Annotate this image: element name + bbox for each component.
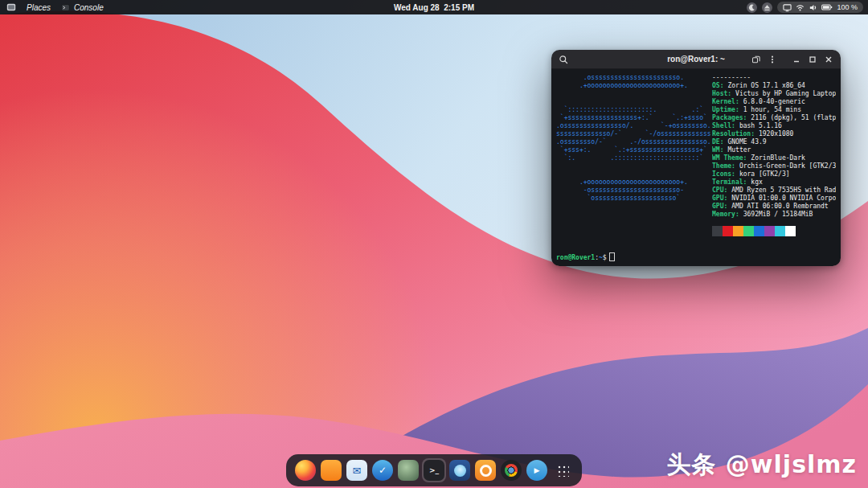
sysinfo-line: GPU:NVIDIA 01:00.0 NVIDIA Corporati <box>712 195 836 203</box>
clock[interactable]: Wed Aug 28 2:15 PM <box>394 3 474 12</box>
sysinfo-value: Mutter <box>723 146 751 154</box>
eject-icon[interactable] <box>762 2 772 13</box>
sysinfo-value: Orchis-Green-Dark [GTK2/3] <box>735 162 836 170</box>
dock-app-mail[interactable]: ✉ <box>345 458 369 482</box>
dock-app-green-app[interactable] <box>396 458 420 482</box>
sysinfo-line: DE:GNOME 43.9 <box>712 138 836 146</box>
sysinfo-value: Zorin OS 17.1 x86_64 <box>723 82 805 89</box>
console-menu-label: Console <box>74 3 104 12</box>
maximize-button[interactable] <box>805 52 820 66</box>
sysinfo-label: Uptime: <box>712 106 739 113</box>
dock-app-camera[interactable] <box>473 458 497 482</box>
places-menu-label: Places <box>27 3 51 12</box>
sysinfo-value: 1 hour, 54 mins <box>739 106 801 113</box>
wifi-icon <box>796 3 805 12</box>
sysinfo-line: Icons:kora [GTK2/3] <box>712 170 836 178</box>
places-menu[interactable]: Places <box>27 3 51 12</box>
sysinfo-line: Resolution:1920x1080 <box>712 130 836 138</box>
dock-app-firefox[interactable] <box>293 458 317 482</box>
app-glyph <box>505 464 518 477</box>
battery-percent: 100 % <box>837 3 858 11</box>
chrome-icon <box>501 460 522 481</box>
sysinfo-label: Packages: <box>712 114 747 121</box>
dock-app-app-grid[interactable] <box>551 458 575 482</box>
sysinfo-line: Memory:3692MiB / 15184MiB <box>712 211 836 219</box>
dock-app-software-shield[interactable]: ✓ <box>371 458 395 482</box>
palette-cell <box>723 226 733 236</box>
camera-icon <box>475 460 496 481</box>
palette-cell <box>764 226 775 236</box>
app-glyph: ▶ <box>534 466 540 474</box>
activities-button[interactable] <box>6 3 16 11</box>
sysinfo-label: Memory: <box>712 211 739 218</box>
sysinfo-label: Icons: <box>712 170 735 178</box>
mail-icon: ✉ <box>346 460 367 481</box>
sysinfo-label: Shell: <box>712 122 735 129</box>
titlebar-actions <box>749 52 836 66</box>
terminal-prompt[interactable]: ron@Rover1:~$ <box>556 252 615 262</box>
dock-app-files[interactable] <box>319 458 343 482</box>
menu-button[interactable] <box>765 52 780 66</box>
sysinfo-value: AMD ATI 06:00.0 Rembrandt <box>727 203 828 210</box>
system-status-area[interactable]: 100 % <box>777 2 863 13</box>
sysinfo-value: Victus by HP Gaming Laptop 15- <box>731 90 836 97</box>
nightlight-icon[interactable] <box>747 2 757 13</box>
sysinfo-label: DE: <box>712 138 723 146</box>
neofetch-output: .osssssssssssssssssssssso. .+ooooooooooo… <box>556 74 836 236</box>
palette-cell <box>743 226 754 236</box>
terminal-cursor <box>609 252 615 261</box>
sysinfo-label: Host: <box>712 90 731 97</box>
palette-cell <box>712 226 723 236</box>
green-app-icon <box>398 460 419 481</box>
dock: ✉ ✓ >_ <box>286 454 582 486</box>
dock-app-qbittorrent[interactable] <box>448 458 472 482</box>
sysinfo-line: Theme:Orchis-Green-Dark [GTK2/3] <box>712 162 836 170</box>
sysinfo-label: Terminal: <box>712 178 747 186</box>
app-glyph <box>454 465 466 477</box>
app-glyph <box>556 464 569 477</box>
minimize-icon <box>792 55 800 64</box>
sysinfo-label: Kernel: <box>712 98 739 105</box>
files-icon <box>321 460 342 481</box>
terminal-body[interactable]: .osssssssssssssssssssssso. .+ooooooooooo… <box>551 69 841 266</box>
maximize-icon <box>809 55 817 64</box>
crescent-icon <box>748 4 755 11</box>
console-menu[interactable]: Console <box>61 3 104 12</box>
search-button[interactable] <box>556 52 571 66</box>
watermark-text: 头条 @wljslmz <box>666 449 857 482</box>
palette-cell <box>754 226 764 236</box>
sysinfo-line: OS:Zorin OS 17.1 x86_64 <box>712 82 836 90</box>
sysinfo-line: Host:Victus by HP Gaming Laptop 15- <box>712 90 836 98</box>
dock-app-console[interactable]: >_ <box>422 458 446 482</box>
ascii-logo: .osssssssssssssssssssssso. .+ooooooooooo… <box>556 74 712 236</box>
window-title: ron@Rover1: ~ <box>667 55 725 64</box>
sysinfo-value: GNOME 43.9 <box>723 138 766 146</box>
palette-cell <box>785 226 796 236</box>
close-button[interactable] <box>821 52 836 66</box>
app-glyph <box>480 465 492 477</box>
search-icon <box>559 55 568 64</box>
sysinfo-value: NVIDIA 01:00.0 NVIDIA Corporati <box>727 195 836 202</box>
dock-app-telegram[interactable]: ▶ <box>525 458 549 482</box>
sysinfo-value: 3692MiB / 15184MiB <box>739 211 813 218</box>
dock-app-chrome[interactable] <box>499 458 523 482</box>
firefox-icon <box>295 460 316 481</box>
palette-cell <box>775 226 785 236</box>
sysinfo-label: Theme: <box>712 162 735 170</box>
sysinfo-separator: ---------- <box>712 74 836 82</box>
sysinfo-line: Kernel:6.8.0-40-generic <box>712 98 836 106</box>
sysinfo-label: GPU: <box>712 203 727 210</box>
sysinfo-line: Terminal:kgx <box>712 178 836 187</box>
sysinfo-value: bash 5.1.16 <box>735 122 782 129</box>
terminal-titlebar[interactable]: ron@Rover1: ~ <box>551 50 841 69</box>
tabs-button[interactable] <box>749 52 764 66</box>
panel-left: Places Console <box>0 3 104 12</box>
sysinfo-value: ZorinBlue-Dark <box>747 154 805 162</box>
close-icon <box>825 55 833 64</box>
sysinfo-line: WM Theme:ZorinBlue-Dark <box>712 154 836 162</box>
minimize-button[interactable] <box>789 52 804 66</box>
app-glyph: >_ <box>429 466 439 474</box>
sysinfo-line: GPU:AMD ATI 06:00.0 Rembrandt <box>712 203 836 211</box>
prompt-symbol: $ <box>603 254 607 261</box>
eject-glyph-icon <box>764 4 771 11</box>
